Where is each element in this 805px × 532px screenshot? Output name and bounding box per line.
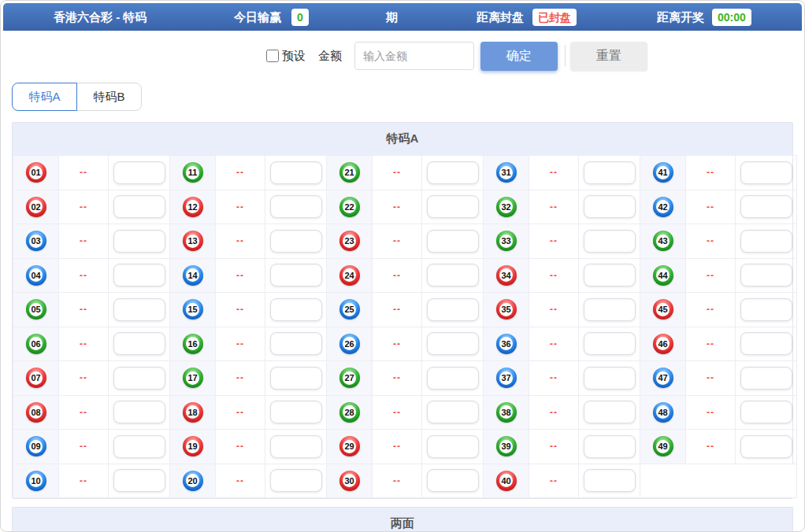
odds-02: -- bbox=[59, 190, 109, 224]
ball-number: 03 bbox=[29, 235, 43, 248]
odds-37: -- bbox=[529, 361, 579, 396]
bet-input-25[interactable] bbox=[427, 298, 479, 321]
odds-41: -- bbox=[686, 156, 736, 190]
bet-input-29[interactable] bbox=[427, 435, 479, 458]
bet-input-41[interactable] bbox=[740, 161, 792, 184]
ball-cell-17: 17 bbox=[170, 361, 216, 396]
odds-03: -- bbox=[59, 224, 109, 259]
bet-input-11[interactable] bbox=[270, 161, 322, 184]
bet-input-33[interactable] bbox=[584, 230, 636, 253]
bet-input-05[interactable] bbox=[113, 298, 165, 321]
bet-input-18[interactable] bbox=[270, 401, 322, 423]
odds-33: -- bbox=[529, 224, 579, 259]
lottery-ball-31: 31 bbox=[496, 162, 517, 183]
bet-input-32[interactable] bbox=[584, 195, 636, 218]
ball-cell-03: 03 bbox=[13, 224, 59, 259]
bet-input-07[interactable] bbox=[113, 367, 165, 390]
panel-title: 特码A bbox=[13, 123, 792, 155]
bet-input-21[interactable] bbox=[427, 161, 479, 184]
bet-input-49[interactable] bbox=[740, 435, 792, 458]
bet-input-15[interactable] bbox=[270, 298, 322, 321]
ball-cell-28: 28 bbox=[327, 395, 373, 430]
bet-input-35[interactable] bbox=[584, 298, 636, 321]
bet-input-16[interactable] bbox=[270, 332, 322, 355]
bet-input-19[interactable] bbox=[270, 435, 322, 458]
ball-cell-05: 05 bbox=[13, 293, 59, 327]
bet-input-06[interactable] bbox=[113, 332, 165, 355]
ball-number: 27 bbox=[343, 371, 356, 385]
bet-input-22[interactable] bbox=[427, 195, 479, 218]
ball-number: 38 bbox=[499, 405, 513, 419]
ball-number: 36 bbox=[499, 337, 513, 350]
bet-input-27[interactable] bbox=[427, 367, 479, 390]
number-grid-row: 03--13--23--33--43-- bbox=[13, 224, 797, 259]
odds-18: -- bbox=[216, 395, 265, 430]
special-code-a-panel: 特码A 01--11--21--31--41--02--12--22--32--… bbox=[12, 122, 793, 499]
tab-special-code-a[interactable]: 特码A bbox=[12, 83, 77, 111]
bet-input-30[interactable] bbox=[427, 469, 479, 492]
bet-input-26[interactable] bbox=[427, 332, 479, 355]
bet-input-03[interactable] bbox=[113, 230, 165, 253]
ball-cell-31: 31 bbox=[484, 156, 529, 190]
bet-input-cell-42 bbox=[736, 190, 797, 224]
bet-input-40[interactable] bbox=[584, 469, 636, 492]
confirm-button[interactable]: 确定 bbox=[480, 42, 558, 71]
ball-number: 12 bbox=[186, 200, 199, 213]
odds-34: -- bbox=[529, 258, 579, 293]
bet-input-13[interactable] bbox=[270, 230, 322, 253]
bet-input-39[interactable] bbox=[584, 435, 636, 458]
bet-input-17[interactable] bbox=[270, 367, 322, 390]
bet-input-46[interactable] bbox=[740, 332, 792, 355]
odds-17: -- bbox=[216, 361, 265, 396]
odds-29: -- bbox=[373, 430, 422, 464]
bet-input-23[interactable] bbox=[427, 230, 479, 253]
bet-input-cell-32 bbox=[579, 190, 640, 224]
close-countdown-status-badge: 已封盘 bbox=[532, 9, 577, 26]
bet-input-38[interactable] bbox=[584, 401, 636, 423]
bet-input-04[interactable] bbox=[113, 264, 165, 286]
bet-input-48[interactable] bbox=[740, 401, 792, 423]
ball-cell-45: 45 bbox=[640, 293, 686, 327]
bet-input-cell-09 bbox=[109, 430, 170, 464]
reset-button[interactable]: 重置 bbox=[570, 42, 647, 71]
bet-input-31[interactable] bbox=[584, 161, 636, 184]
bet-input-01[interactable] bbox=[113, 161, 165, 184]
number-grid-row: 10--20--30--40-- bbox=[13, 464, 797, 498]
lottery-ball-34: 34 bbox=[496, 265, 517, 286]
ball-number: 30 bbox=[343, 474, 356, 487]
bet-input-20[interactable] bbox=[270, 469, 322, 492]
lottery-ball-43: 43 bbox=[653, 231, 673, 251]
odds-22: -- bbox=[373, 190, 422, 224]
bet-input-10[interactable] bbox=[113, 469, 165, 492]
bet-input-36[interactable] bbox=[584, 332, 636, 355]
bet-input-28[interactable] bbox=[427, 401, 479, 423]
bet-input-09[interactable] bbox=[113, 435, 165, 458]
amount-input[interactable] bbox=[354, 42, 474, 70]
preset-checkbox[interactable] bbox=[266, 50, 279, 62]
ball-number: 06 bbox=[29, 337, 43, 350]
ball-number: 31 bbox=[499, 166, 513, 179]
bet-input-08[interactable] bbox=[113, 401, 165, 423]
bet-input-12[interactable] bbox=[270, 195, 322, 218]
bet-input-42[interactable] bbox=[740, 195, 792, 218]
bet-input-02[interactable] bbox=[113, 195, 165, 218]
bet-input-45[interactable] bbox=[740, 298, 792, 321]
bet-input-47[interactable] bbox=[740, 367, 792, 390]
bet-input-cell-38 bbox=[579, 395, 640, 430]
bet-input-14[interactable] bbox=[270, 264, 322, 286]
bet-input-43[interactable] bbox=[740, 230, 792, 253]
ball-number: 05 bbox=[29, 303, 43, 316]
odds-01: -- bbox=[59, 156, 109, 190]
lottery-ball-07: 07 bbox=[26, 368, 46, 388]
ball-number: 23 bbox=[343, 235, 356, 248]
bet-input-37[interactable] bbox=[584, 367, 636, 390]
top-bar: 香港六合彩 - 特码 今日输赢 0 期 距离封盘 已封盘 距离开奖 00:00 bbox=[3, 3, 802, 31]
bet-input-34[interactable] bbox=[584, 264, 636, 286]
bet-input-cell-17 bbox=[265, 361, 327, 396]
tab-special-code-b[interactable]: 特码B bbox=[76, 83, 142, 111]
bet-input-cell-06 bbox=[109, 327, 170, 361]
bet-input-cell-46 bbox=[736, 327, 797, 361]
bet-input-cell-40 bbox=[579, 464, 640, 498]
bet-input-24[interactable] bbox=[427, 264, 479, 286]
bet-input-44[interactable] bbox=[740, 264, 792, 286]
